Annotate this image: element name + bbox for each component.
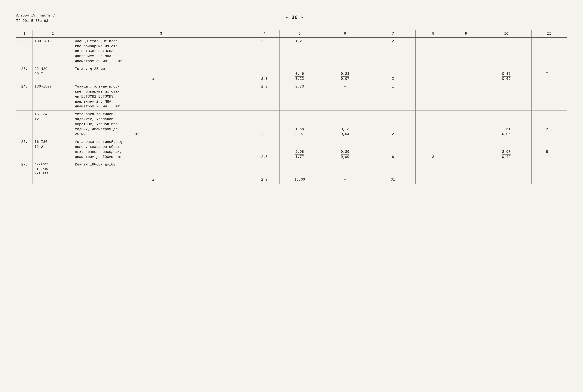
page-number: - 36 - xyxy=(55,13,535,20)
row-26-col8: 3 xyxy=(416,138,451,161)
table-row-26: 26. I6-I36 I2-2 Установка вентилей,зад-в… xyxy=(16,138,567,161)
col-header-8: 8 xyxy=(416,30,451,38)
row-24-code: I30-I807 xyxy=(32,83,73,111)
col-header-4: 4 xyxy=(249,30,280,38)
row-25-col8: I xyxy=(416,111,451,138)
row-23-col4: 2,0 xyxy=(249,65,280,83)
row-23-col5: 0,46 0,22 xyxy=(280,65,320,83)
row-23-desc: То же, д-25 мм шт xyxy=(73,65,249,83)
table-row-24: 24. I30-I807 Фланцы стальные плос-кие пр… xyxy=(16,83,567,111)
row-26-code: I6-I36 I2-2 xyxy=(32,138,73,161)
row-23-col9: – xyxy=(451,65,481,83)
row-26-col6: 0,29 0,09 xyxy=(320,138,370,161)
row-27-col7: 3I xyxy=(370,161,415,184)
row-27-desc: Клапан I6Ч6БР д-I00 шт xyxy=(73,161,249,184)
header-title-line1: Альбом IV, часть V xyxy=(16,13,55,18)
row-24-num: 24. xyxy=(16,83,33,111)
fraction-23-col6: 0,23 0,07 xyxy=(341,72,349,82)
row-27-code: П-т2307 пI-0749 К-I,142 xyxy=(32,161,73,184)
col-header-2: 2 xyxy=(32,30,73,38)
row-22-col9 xyxy=(451,38,481,65)
row-26-col7: 6 xyxy=(370,138,415,161)
row-23-col11: I – – xyxy=(531,65,567,83)
page-header: Альбом IV, часть V ТП 901-5-58с.93 - 36 … xyxy=(16,13,567,24)
row-23-col6: 0,23 0,07 xyxy=(320,65,370,83)
row-24-col8 xyxy=(416,83,451,111)
header-left: Альбом IV, часть V ТП 901-5-58с.93 xyxy=(16,13,55,24)
row-25-col9: – xyxy=(451,111,481,138)
row-22-code: I30-I8I0 xyxy=(32,38,73,65)
table-header-row: I 2 3 4 5 6 7 8 9 IO II xyxy=(16,30,567,38)
table-row-27: 27. П-т2307 пI-0749 К-I,142 Клапан I6Ч6Б… xyxy=(16,161,567,184)
row-23-col7: I xyxy=(370,65,415,83)
row-26-col11: 5 – – xyxy=(531,138,567,161)
row-27-col11 xyxy=(531,161,567,184)
row-25-num: 25. xyxy=(16,111,33,138)
row-23-col10: 0,35 0,09 xyxy=(481,65,532,83)
row-27-col9 xyxy=(451,161,481,184)
fraction-26-col6: 0,29 0,09 xyxy=(341,150,349,160)
row-24-col7: I xyxy=(370,83,415,111)
fraction-23-col10: 0,35 0,09 xyxy=(502,72,511,82)
row-24-col6: – xyxy=(320,83,370,111)
row-27-num: 27. xyxy=(16,161,33,184)
row-25-code: I6-I34 I2-I xyxy=(32,111,73,138)
row-24-col4: 2,0 xyxy=(249,83,280,111)
row-25-col4: I,0 xyxy=(249,111,280,138)
row-26-col10: 2,67 0,I2 xyxy=(481,138,532,161)
row-26-col5: 2,98 I,7I xyxy=(280,138,320,161)
table-row-25: 25. I6-I34 I2-I Установка вентилей,задви… xyxy=(16,111,567,138)
row-27-col8 xyxy=(416,161,451,184)
row-22-desc: Фланцы стальные плос-кие приварные из ст… xyxy=(73,38,249,65)
col-header-1: I xyxy=(16,30,33,38)
table-row-23: 23. 22–429 29–I То же, д-25 мм шт 2,0 0,… xyxy=(16,65,567,83)
row-25-col5: I,68 0,97 xyxy=(280,111,320,138)
row-24-col5: 0,73 xyxy=(280,83,320,111)
col-header-11: II xyxy=(531,30,567,38)
row-22-num: 22. xyxy=(16,38,33,65)
col-header-10: IO xyxy=(481,30,532,38)
fraction-23-col5: 0,46 0,22 xyxy=(295,72,304,82)
row-22-col4: 2,0 xyxy=(249,38,280,65)
row-22-col7: 2 xyxy=(370,38,415,65)
col-header-5: 5 xyxy=(280,30,320,38)
row-22-col6: – xyxy=(320,38,370,65)
fraction-26-col5: 2,98 I,7I xyxy=(295,150,304,160)
header-title-line2: ТП 901-5-58с.93 xyxy=(16,18,55,24)
main-table: I 2 3 4 5 6 7 8 9 IO II 22. I30-I8I0 Фла… xyxy=(16,30,567,184)
row-22-col5: I,2I xyxy=(280,38,320,65)
row-24-col11 xyxy=(531,83,567,111)
row-27-col6: – xyxy=(320,161,370,184)
row-23-num: 23. xyxy=(16,65,33,83)
row-27-col4: 2,0 xyxy=(249,161,280,184)
row-25-desc: Установка вентилей,задвижек, клапановобр… xyxy=(73,111,249,138)
row-26-num: 26. xyxy=(16,138,33,161)
row-25-col7: 2 xyxy=(370,111,415,138)
row-23-col8: – xyxy=(416,65,451,83)
col-header-6: 6 xyxy=(320,30,370,38)
row-26-col9: – xyxy=(451,138,481,161)
row-25-col11: 2 – – xyxy=(531,111,567,138)
row-24-desc: Фланцы стальные плос-кие приварные из ст… xyxy=(73,83,249,111)
row-22-col8 xyxy=(416,38,451,65)
table-row-22: 22. I30-I8I0 Фланцы стальные плос-кие пр… xyxy=(16,38,567,65)
row-26-desc: Установка вентилей,зад-вижек, клапанов о… xyxy=(73,138,249,161)
row-25-col10: I,5I 0,05 xyxy=(481,111,532,138)
fraction-25-col10: I,5I 0,05 xyxy=(502,127,511,137)
fraction-25-col5: I,68 0,97 xyxy=(295,127,304,137)
col-header-9: 9 xyxy=(451,30,481,38)
row-27-col10 xyxy=(481,161,532,184)
fraction-25-col6: 0,I3 0,04 xyxy=(341,127,349,137)
row-27-col5: I5,60 xyxy=(280,161,320,184)
row-22-col11 xyxy=(531,38,567,65)
col-header-7: 7 xyxy=(370,30,415,38)
row-23-code: 22–429 29–I xyxy=(32,65,73,83)
row-24-col9 xyxy=(451,83,481,111)
row-22-col10 xyxy=(481,38,532,65)
fraction-26-col10: 2,67 0,I2 xyxy=(502,150,511,160)
row-24-col10 xyxy=(481,83,532,111)
row-25-col6: 0,I3 0,04 xyxy=(320,111,370,138)
col-header-3: 3 xyxy=(73,30,249,38)
row-26-col4: 2,0 xyxy=(249,138,280,161)
